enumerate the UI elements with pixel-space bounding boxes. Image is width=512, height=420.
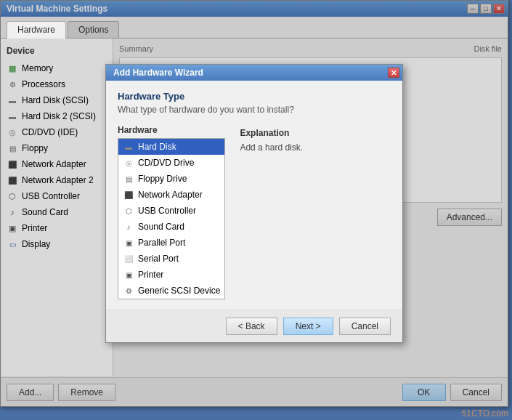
serial-list-icon: ⬜ <box>123 254 134 264</box>
cd-list-icon: ◎ <box>123 158 134 168</box>
hw-parallel[interactable]: ▣ Parallel Port <box>118 235 224 251</box>
hdd-list-icon: ▬ <box>123 142 134 152</box>
modal-columns: Hardware ▬ Hard Disk ◎ CD/DVD Drive ▤ Fl <box>118 125 391 299</box>
hw-cd-dvd[interactable]: ◎ CD/DVD Drive <box>118 155 224 171</box>
hardware-list: ▬ Hard Disk ◎ CD/DVD Drive ▤ Floppy Driv… <box>118 138 225 299</box>
sound-list-icon: ♪ <box>123 222 134 232</box>
explanation-title: Explanation <box>240 128 388 138</box>
usb-list-icon: ⬡ <box>123 206 134 216</box>
scsi-list-icon: ⚙ <box>123 286 134 296</box>
hw-network[interactable]: ⬛ Network Adapter <box>118 187 224 203</box>
hw-printer[interactable]: ▣ Printer <box>118 267 224 283</box>
modal-body: Hardware Type What type of hardware do y… <box>106 81 402 310</box>
tab-hardware[interactable]: Hardware <box>7 21 66 39</box>
modal-section-subtitle: What type of hardware do you want to ins… <box>118 105 391 115</box>
hw-sound[interactable]: ♪ Sound Card <box>118 219 224 235</box>
modal-title-bar: Add Hardware Wizard ✕ <box>106 65 402 81</box>
floppy-list-icon: ▤ <box>123 174 134 184</box>
hardware-column-label: Hardware <box>118 125 225 135</box>
explanation-container: Explanation Add a hard disk. <box>237 125 391 299</box>
add-hardware-wizard: Add Hardware Wizard ✕ Hardware Type What… <box>105 64 403 343</box>
modal-overlay: Add Hardware Wizard ✕ Hardware Type What… <box>0 0 508 407</box>
network-list-icon: ⬛ <box>123 190 134 200</box>
hw-usb[interactable]: ⬡ USB Controller <box>118 203 224 219</box>
hw-scsi[interactable]: ⚙ Generic SCSI Device <box>118 283 224 299</box>
hw-hard-disk[interactable]: ▬ Hard Disk <box>118 139 224 155</box>
watermark: 51CTO.com <box>462 408 508 419</box>
parallel-list-icon: ▣ <box>123 238 134 248</box>
back-button[interactable]: < Back <box>226 318 277 335</box>
printer-list-icon: ▣ <box>123 270 134 280</box>
hw-floppy[interactable]: ▤ Floppy Drive <box>118 171 224 187</box>
modal-section-title: Hardware Type <box>118 91 391 102</box>
next-button[interactable]: Next > <box>283 318 333 335</box>
cancel-modal-button[interactable]: Cancel <box>339 318 391 335</box>
modal-title: Add Hardware Wizard <box>113 68 203 78</box>
explanation-text: Add a hard disk. <box>240 142 388 153</box>
hw-serial[interactable]: ⬜ Serial Port <box>118 251 224 267</box>
modal-close-button[interactable]: ✕ <box>388 68 399 78</box>
modal-footer: < Back Next > Cancel <box>106 310 402 342</box>
